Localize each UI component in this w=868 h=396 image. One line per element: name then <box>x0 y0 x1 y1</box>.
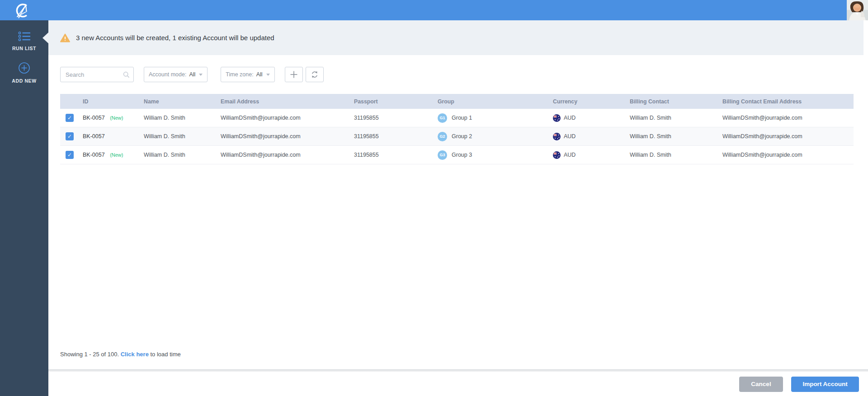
import-account-button[interactable]: Import Account <box>791 377 859 392</box>
col-header-billing-contact: Billing Contact <box>626 98 719 105</box>
account-id: BK-0057 <box>83 133 105 140</box>
new-tag: (New) <box>110 152 123 158</box>
sidebar: RUN LIST ADD NEW <box>0 20 48 396</box>
chevron-down-icon <box>199 74 203 76</box>
group-name: Group 1 <box>452 115 472 121</box>
search-input[interactable] <box>66 71 123 78</box>
time-zone-select[interactable]: Time zone: All <box>221 67 274 82</box>
action-bar: Cancel Import Account <box>48 372 868 396</box>
group-badge: G1 <box>438 113 447 123</box>
account-id: BK-0057 <box>83 115 105 121</box>
time-zone-label: Time zone: <box>226 71 253 78</box>
table-header: ID Name Email Address Passport Group Cur… <box>60 94 854 109</box>
account-mode-label: Account mode: <box>149 71 186 78</box>
add-button[interactable] <box>285 67 303 82</box>
refresh-button[interactable] <box>306 67 324 82</box>
app-logo-icon <box>13 2 32 19</box>
billing-contact-email: WilliamDSmith@jourrapide.com <box>719 115 854 121</box>
billing-contact: William D. Smith <box>626 115 719 121</box>
account-name: William D. Smith <box>140 115 217 121</box>
col-header-email: Email Address <box>217 98 350 105</box>
col-header-group: Group <box>434 98 549 105</box>
account-mode-select[interactable]: Account mode: All <box>144 67 208 82</box>
currency-code: AUD <box>564 115 576 121</box>
sidebar-item-label: ADD NEW <box>12 78 36 84</box>
showing-text: Showing 1 - 25 of 100. <box>60 351 119 358</box>
account-mode-value: All <box>189 71 195 78</box>
load-time-text: to load time <box>151 351 181 358</box>
status-bar: Showing 1 - 25 of 100. Click here to loa… <box>60 351 868 358</box>
col-header-passport: Passport <box>350 98 434 105</box>
col-header-currency: Currency <box>549 98 626 105</box>
group-badge: G3 <box>438 150 447 160</box>
currency-code: AUD <box>564 133 576 140</box>
billing-contact: William D. Smith <box>626 152 719 158</box>
search-box <box>60 67 134 82</box>
click-here-link[interactable]: Click here <box>121 351 149 358</box>
cancel-button[interactable]: Cancel <box>739 377 783 392</box>
col-header-id: ID <box>79 98 140 105</box>
notice-bar: 3 new Accounts will be created, 1 existi… <box>48 20 863 55</box>
warning-icon <box>60 33 70 42</box>
run-list-icon <box>18 31 31 42</box>
row-checkbox[interactable]: ✓ <box>66 151 74 159</box>
search-icon <box>123 71 130 78</box>
sidebar-item-run-list[interactable]: RUN LIST <box>0 31 48 51</box>
table-row: ✓ BK-0057 (New) William D. Smith William… <box>60 146 854 164</box>
account-id: BK-0057 <box>83 152 105 158</box>
col-header-billing-email: Billing Contact Email Address <box>719 98 854 105</box>
app-logo <box>0 2 32 19</box>
user-avatar[interactable] <box>847 0 868 20</box>
billing-contact: William D. Smith <box>626 133 719 140</box>
account-email: WilliamDSmith@jourrapide.com <box>217 115 350 121</box>
toolbar: Account mode: All Time zone: All <box>60 67 868 82</box>
row-checkbox[interactable]: ✓ <box>66 114 74 122</box>
main-panel: 3 new Accounts will be created, 1 existi… <box>48 20 868 396</box>
account-name: William D. Smith <box>140 133 217 140</box>
account-passport: 31195855 <box>350 115 434 121</box>
notice-text: 3 new Accounts will be created, 1 existi… <box>76 34 274 42</box>
content-area: Account mode: All Time zone: All <box>48 55 868 369</box>
billing-contact-email: WilliamDSmith@jourrapide.com <box>719 133 854 140</box>
group-badge: G2 <box>438 132 447 141</box>
account-name: William D. Smith <box>140 152 217 158</box>
group-name: Group 2 <box>452 133 472 140</box>
australia-flag-icon <box>553 151 561 159</box>
top-bar <box>0 0 868 20</box>
table-row: ✓ BK-0057 William D. Smith WilliamDSmith… <box>60 127 854 146</box>
chevron-down-icon <box>266 74 270 76</box>
account-email: WilliamDSmith@jourrapide.com <box>217 133 350 140</box>
accounts-table: ID Name Email Address Passport Group Cur… <box>60 94 854 164</box>
table-row: ✓ BK-0057 (New) William D. Smith William… <box>60 109 854 127</box>
sidebar-item-label: RUN LIST <box>12 46 36 51</box>
add-new-icon <box>18 62 30 74</box>
sidebar-item-add-new[interactable]: ADD NEW <box>0 62 48 84</box>
row-checkbox[interactable]: ✓ <box>66 132 74 140</box>
account-passport: 31195855 <box>350 152 434 158</box>
australia-flag-icon <box>553 114 561 122</box>
refresh-icon <box>311 70 319 79</box>
account-email: WilliamDSmith@jourrapide.com <box>217 152 350 158</box>
col-header-name: Name <box>140 98 217 105</box>
group-name: Group 3 <box>452 152 472 158</box>
billing-contact-email: WilliamDSmith@jourrapide.com <box>719 152 854 158</box>
time-zone-value: All <box>256 71 263 78</box>
new-tag: (New) <box>110 115 123 121</box>
account-passport: 31195855 <box>350 133 434 140</box>
plus-icon <box>290 70 298 79</box>
currency-code: AUD <box>564 152 576 158</box>
australia-flag-icon <box>553 133 561 140</box>
